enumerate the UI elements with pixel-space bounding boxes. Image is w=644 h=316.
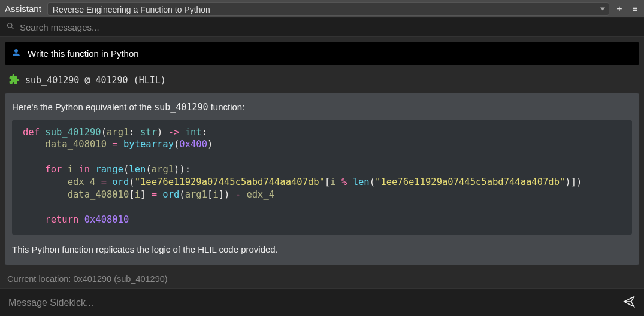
svg-line-1 [11,27,13,29]
context-row: sub_401290 @ 401290 (HLIL) [5,65,639,93]
puzzle-icon [8,73,20,87]
user-message-row: Write this function in Python [5,42,639,65]
message-input[interactable] [8,297,616,308]
session-dropdown-label: Reverse Engineering a Function to Python [53,5,210,14]
assistant-intro: Here's the Python equivalent of the sub_… [12,101,632,114]
send-icon [622,295,636,308]
assistant-answer: Here's the Python equivalent of the sub_… [5,93,639,265]
user-icon [11,47,22,60]
search-input[interactable] [20,22,638,32]
menu-icon: ≡ [632,4,637,14]
send-button[interactable] [622,295,636,310]
assistant-outro: This Python function replicates the logi… [12,243,632,257]
svg-point-0 [8,23,13,28]
message-input-bar[interactable] [0,288,644,316]
session-dropdown[interactable]: Reverse Engineering a Function to Python [47,2,609,16]
context-text: sub_401290 @ 401290 (HLIL) [25,75,166,86]
header-bar: Assistant Reverse Engineering a Function… [0,0,644,18]
search-bar[interactable] [0,18,644,37]
code-block: def sub_401290(arg1: str) -> int: data_4… [12,120,632,235]
conversation-scroll[interactable]: Write this function in Python sub_401290… [0,37,644,269]
new-session-button[interactable]: + [614,4,625,14]
status-bar: Current location: 0x401290 (sub_401290) [0,269,644,288]
search-icon [6,22,15,32]
app-title: Assistant [4,4,43,14]
chevron-down-icon [600,7,605,10]
plus-icon: + [616,4,622,14]
menu-button[interactable]: ≡ [630,4,640,14]
user-message-text: Write this function in Python [28,48,139,59]
